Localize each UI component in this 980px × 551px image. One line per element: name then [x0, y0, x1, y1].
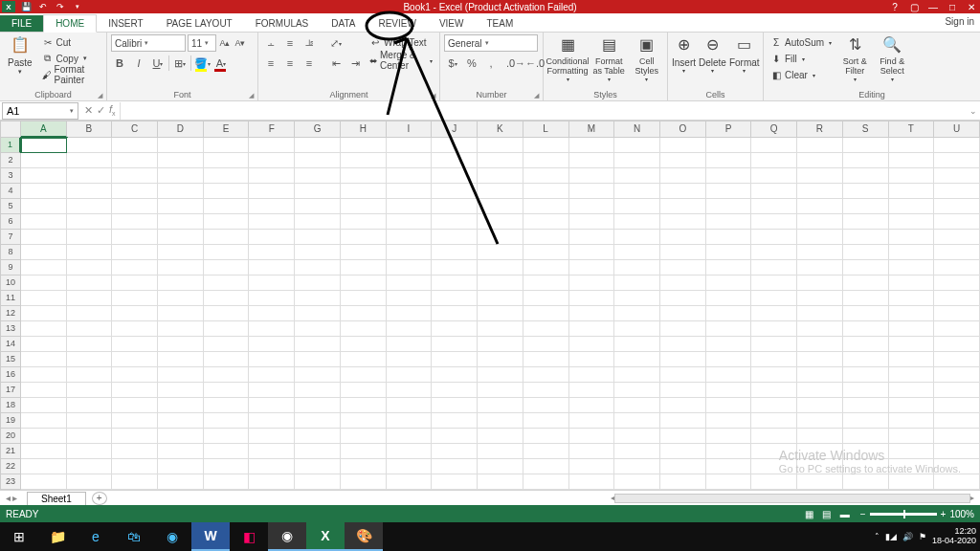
cell[interactable]	[249, 398, 295, 413]
cell[interactable]	[112, 153, 158, 168]
cell[interactable]	[387, 429, 433, 444]
cell[interactable]	[934, 367, 980, 383]
cell[interactable]	[889, 153, 935, 168]
tray-volume-icon[interactable]: 🔊	[902, 532, 913, 541]
cell[interactable]	[204, 413, 250, 429]
cell[interactable]	[889, 245, 935, 260]
cell[interactable]	[889, 459, 935, 474]
horizontal-scrollbar[interactable]: ◂ ▸	[611, 493, 974, 504]
cell[interactable]	[112, 276, 158, 291]
cell[interactable]	[295, 291, 341, 306]
row-header[interactable]: 9	[0, 260, 21, 276]
cell[interactable]	[889, 168, 935, 184]
cell[interactable]	[660, 138, 706, 153]
cell[interactable]	[112, 199, 158, 214]
cell[interactable]	[387, 199, 433, 214]
cell[interactable]	[158, 199, 204, 214]
cell[interactable]	[204, 276, 250, 291]
accounting-format-button[interactable]: $▾	[444, 55, 461, 72]
cell[interactable]	[387, 337, 433, 352]
sheet-nav-prev-icon[interactable]: ◂	[6, 493, 11, 503]
cell[interactable]	[341, 138, 387, 153]
align-center-button[interactable]: ≡	[281, 55, 299, 72]
cell[interactable]	[751, 214, 797, 230]
cell[interactable]	[112, 398, 158, 413]
cell[interactable]	[112, 260, 158, 276]
cell[interactable]	[158, 276, 204, 291]
cell[interactable]	[432, 444, 478, 459]
zoom-out-icon[interactable]: −	[860, 509, 866, 519]
cell[interactable]	[889, 444, 935, 459]
cell[interactable]	[67, 214, 113, 230]
cell[interactable]	[112, 184, 158, 199]
cell[interactable]	[614, 276, 660, 291]
cell[interactable]	[569, 199, 615, 214]
cell[interactable]	[387, 413, 433, 429]
cell[interactable]	[112, 245, 158, 260]
cell[interactable]	[158, 474, 204, 490]
cell[interactable]	[889, 230, 935, 245]
cell[interactable]	[889, 276, 935, 291]
cell[interactable]	[67, 260, 113, 276]
cell[interactable]	[341, 398, 387, 413]
cell[interactable]	[889, 260, 935, 276]
cell[interactable]	[112, 474, 158, 490]
format-as-table-button[interactable]: ▤Format as Table▾	[590, 34, 627, 87]
taskbar-store-icon[interactable]: 🛍	[115, 522, 153, 551]
row-header[interactable]: 14	[0, 337, 21, 352]
cell[interactable]	[523, 245, 569, 260]
cell[interactable]	[751, 291, 797, 306]
cell[interactable]	[569, 168, 615, 184]
cell[interactable]	[112, 367, 158, 383]
cell[interactable]	[249, 199, 295, 214]
cell[interactable]	[889, 321, 935, 337]
cell[interactable]	[21, 321, 67, 337]
column-header[interactable]: M	[569, 121, 615, 138]
cell[interactable]	[295, 337, 341, 352]
cell[interactable]	[478, 199, 523, 214]
cell[interactable]	[934, 168, 980, 184]
cell[interactable]	[706, 138, 752, 153]
cell[interactable]	[706, 184, 752, 199]
cell[interactable]	[478, 474, 523, 490]
cell[interactable]	[295, 444, 341, 459]
cell[interactable]	[112, 291, 158, 306]
cell[interactable]	[295, 153, 341, 168]
cell[interactable]	[249, 383, 295, 398]
cell[interactable]	[249, 184, 295, 199]
column-header[interactable]: Q	[751, 121, 797, 138]
start-button[interactable]: ⊞	[0, 522, 38, 551]
cell[interactable]	[67, 153, 113, 168]
cell[interactable]	[432, 429, 478, 444]
cell[interactable]	[204, 214, 250, 230]
dialog-launcher-icon[interactable]: ◢	[534, 92, 539, 99]
cell[interactable]	[158, 352, 204, 367]
cell[interactable]	[387, 352, 433, 367]
cell[interactable]	[660, 321, 706, 337]
cell[interactable]	[387, 398, 433, 413]
cell[interactable]	[797, 245, 843, 260]
cell[interactable]	[751, 352, 797, 367]
tab-formulas[interactable]: FORMULAS	[244, 15, 321, 32]
column-header[interactable]: A	[21, 121, 67, 138]
cell[interactable]	[843, 306, 889, 321]
cell[interactable]	[843, 383, 889, 398]
cell[interactable]	[341, 214, 387, 230]
column-header[interactable]: I	[387, 121, 433, 138]
cell[interactable]	[158, 184, 204, 199]
cell[interactable]	[706, 367, 752, 383]
cell[interactable]	[523, 459, 569, 474]
cell[interactable]	[934, 276, 980, 291]
cell-styles-button[interactable]: ▣Cell Styles▾	[630, 34, 663, 87]
insert-function-icon[interactable]: fx	[109, 103, 116, 117]
shrink-font-button[interactable]: A▾	[234, 36, 247, 50]
cell[interactable]	[478, 260, 523, 276]
cell[interactable]	[295, 260, 341, 276]
cell[interactable]	[843, 276, 889, 291]
enter-formula-icon[interactable]: ✓	[97, 104, 105, 117]
cell[interactable]	[889, 429, 935, 444]
cell[interactable]	[660, 184, 706, 199]
cell[interactable]	[934, 230, 980, 245]
cell[interactable]	[249, 352, 295, 367]
row-header[interactable]: 22	[0, 459, 21, 474]
